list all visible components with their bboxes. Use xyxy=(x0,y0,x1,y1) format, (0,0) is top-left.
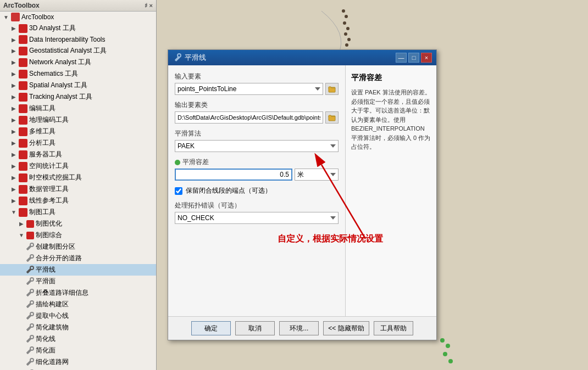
toolbox-icon-cartography xyxy=(19,208,27,217)
toolbox-icon xyxy=(11,13,20,21)
output-browse-button[interactable] xyxy=(325,111,339,124)
dialog-title-icon xyxy=(173,53,181,62)
dialog-help-panel: 平滑容差 设置 PAEK 算法使用的容差。必须指定一个容差，且值必须大于零。可以… xyxy=(346,65,436,316)
label-smooth-line: 平滑线 xyxy=(36,265,56,274)
tree-item-simplify-polygon[interactable]: 简化面 xyxy=(0,345,156,356)
label-merge-divide: 合并分开的道路 xyxy=(36,254,82,263)
tree-item-arctoolbox[interactable]: ▼ ArcToolbox xyxy=(0,12,156,23)
preserve-endpoints-checkbox[interactable] xyxy=(175,187,182,195)
tree-item-smooth-line[interactable]: 平滑线 xyxy=(0,264,156,276)
hide-help-button[interactable]: << 隐藏帮助 xyxy=(323,321,369,335)
close-icon[interactable]: × xyxy=(149,2,153,9)
tree-item-network-analyst[interactable]: ▶ Network Analyst 工具 xyxy=(0,57,156,68)
tree-item-refine-road[interactable]: 细化道路网 xyxy=(0,356,156,368)
svg-point-31 xyxy=(344,32,347,36)
expand-icon-3d: ▶ xyxy=(10,25,18,32)
tolerance-value-input[interactable] xyxy=(175,169,292,181)
label-spatial-analyst: Spatial Analyst 工具 xyxy=(29,81,87,90)
tree-item-extract-centerline[interactable]: 提取中心线 xyxy=(0,310,156,322)
wrench-icon-smooth-polygon xyxy=(25,277,34,286)
tree-item-aggregate-points[interactable]: 聚合点 xyxy=(0,368,156,370)
tree-item-geocoding[interactable]: ▶ 地理编码工具 xyxy=(0,114,156,126)
output-path-input[interactable] xyxy=(175,111,323,124)
dialog-footer: 确定 取消 环境... << 隐藏帮助 工具帮助 xyxy=(168,316,436,340)
tree-item-simplify-line[interactable]: 简化线 xyxy=(0,333,156,345)
label-smooth-polygon: 平滑面 xyxy=(36,277,56,286)
environment-button[interactable]: 环境... xyxy=(279,321,319,335)
wrench-icon-refine-road xyxy=(25,358,34,367)
confirm-button[interactable]: 确定 xyxy=(191,321,231,335)
tree-item-cartography-gen[interactable]: ▼ 制图综合 xyxy=(0,229,156,241)
expand-icon-schematics: ▶ xyxy=(10,70,18,78)
tree-item-multidim[interactable]: ▶ 多维工具 xyxy=(0,126,156,137)
wrench-icon-simplify-building xyxy=(25,323,34,332)
tree-item-cartography-opt[interactable]: ▶ 制图优化 xyxy=(0,218,156,229)
tree-item-editing[interactable]: ▶ 编辑工具 xyxy=(0,103,156,114)
svg-point-9 xyxy=(30,289,34,293)
tree-item-smooth-polygon[interactable]: 平滑面 xyxy=(0,276,156,287)
label-cartography-opt: 制图优化 xyxy=(36,219,62,228)
tree-item-schematics[interactable]: ▶ Schematics 工具 xyxy=(0,68,156,80)
svg-point-11 xyxy=(30,301,34,304)
label-delineate-built: 描绘构建区 xyxy=(36,300,69,309)
label-data-interop: Data Interoperability Tools xyxy=(29,36,106,43)
input-features-select[interactable]: points_PointsToLine xyxy=(175,83,323,95)
tree-item-merge-divide[interactable]: 合并分开的道路 xyxy=(0,253,156,264)
method-select[interactable]: PAEK xyxy=(175,140,339,152)
label-collapse-dual: 折叠道路详细信息 xyxy=(36,288,88,298)
svg-point-37 xyxy=(448,359,453,363)
tree-item-spatial-stats[interactable]: ▶ 空间统计工具 xyxy=(0,160,156,172)
tree-item-cartography[interactable]: ▼ 制图工具 xyxy=(0,206,156,218)
toolbox-icon-spatial-stats xyxy=(19,162,27,171)
expand-icon-geocoding: ▶ xyxy=(10,116,18,124)
maximize-button[interactable]: □ xyxy=(408,53,419,63)
input-browse-button[interactable] xyxy=(325,83,339,95)
svg-point-15 xyxy=(30,324,34,327)
pin-icon[interactable]: ♯ xyxy=(145,2,147,9)
tree-item-data-mgmt[interactable]: ▶ 数据管理工具 xyxy=(0,183,156,195)
label-data-mgmt: 数据管理工具 xyxy=(29,184,69,194)
tree-item-spatial-analyst[interactable]: ▶ Spatial Analyst 工具 xyxy=(0,80,156,91)
tolerance-unit-select[interactable]: 米 xyxy=(295,169,339,181)
label-3d-analyst: 3D Analyst 工具 xyxy=(29,24,76,33)
tree-item-linear-ref[interactable]: ▶ 线性参考工具 xyxy=(0,195,156,206)
svg-point-36 xyxy=(443,352,447,356)
output-features-label: 输出要素类 xyxy=(175,100,339,110)
tree-item-3d-analyst[interactable]: ▶ 3D Analyst 工具 xyxy=(0,23,156,34)
expand-icon-cartography-opt: ▶ xyxy=(18,220,25,228)
svg-point-27 xyxy=(342,9,345,13)
tree-item-geostatistical[interactable]: ▶ Geostatistical Analyst 工具 xyxy=(0,45,156,57)
expand-icon-linear-ref: ▶ xyxy=(10,197,18,205)
label-geostatistical: Geostatistical Analyst 工具 xyxy=(29,46,107,55)
tool-help-button[interactable]: 工具帮助 xyxy=(374,321,413,335)
tree-item-spacetime[interactable]: ▶ 时空模式挖掘工具 xyxy=(0,172,156,183)
label-spacetime: 时空模式挖掘工具 xyxy=(29,173,82,182)
arctoolbox-tree: ▼ ArcToolbox ▶ 3D Analyst 工具 ▶ Data Inte… xyxy=(0,12,156,370)
tree-item-analysis[interactable]: ▶ 分析工具 xyxy=(0,137,156,149)
error-handling-label: 处理拓扑错误（可选） xyxy=(175,201,339,210)
tree-item-tracking-analyst[interactable]: ▶ Tracking Analyst 工具 xyxy=(0,91,156,103)
tree-item-collapse-dual[interactable]: 折叠道路详细信息 xyxy=(0,287,156,299)
toolbox-icon-schematics xyxy=(19,70,27,79)
expand-icon-editing: ▶ xyxy=(10,105,18,113)
minimize-button[interactable]: — xyxy=(396,53,407,63)
method-group: 平滑算法 PAEK xyxy=(175,129,339,152)
tree-item-data-interop[interactable]: ▶ Data Interoperability Tools xyxy=(0,34,156,45)
error-handling-select[interactable]: NO_CHECK xyxy=(175,212,339,224)
tree-item-simplify-building[interactable]: 简化建筑物 xyxy=(0,322,156,333)
wrench-icon-merge xyxy=(25,254,34,263)
tree-item-server[interactable]: ▶ 服务器工具 xyxy=(0,149,156,160)
close-button[interactable]: × xyxy=(421,53,432,63)
dialog-title-left: 平滑线 xyxy=(173,53,206,63)
label-create-cartographic: 创建制图分区 xyxy=(36,242,75,251)
wrench-icon-simplify-line xyxy=(25,335,34,344)
toolbox-icon-geo xyxy=(19,47,27,55)
cancel-button[interactable]: 取消 xyxy=(235,321,275,335)
arctoolbox-label: ArcToolbox xyxy=(21,13,54,21)
svg-point-5 xyxy=(30,266,34,270)
input-features-label: 输入要素 xyxy=(175,72,339,81)
tree-item-delineate-built[interactable]: 描绘构建区 xyxy=(0,299,156,310)
wrench-icon-extract xyxy=(25,312,34,321)
svg-point-19 xyxy=(30,347,34,350)
tree-item-create-cartographic[interactable]: 创建制图分区 xyxy=(0,241,156,253)
